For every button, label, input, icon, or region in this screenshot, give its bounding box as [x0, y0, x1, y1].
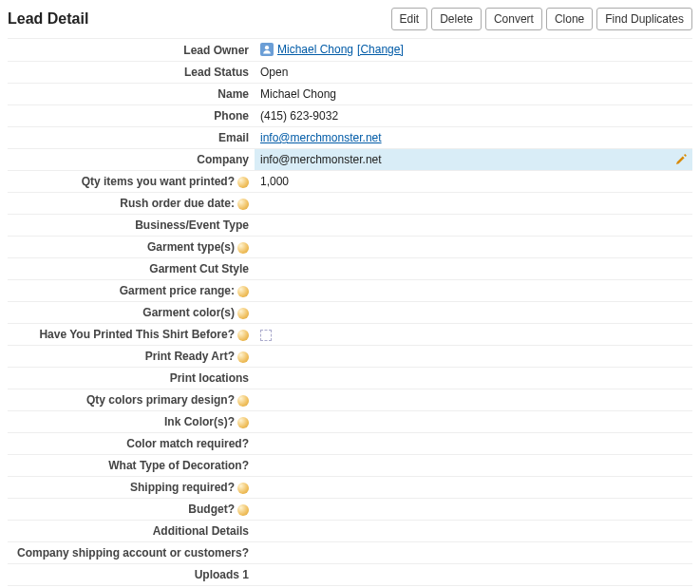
- help-icon[interactable]: [237, 330, 249, 341]
- garment-price-range-label: Garment price range:: [8, 280, 255, 302]
- company-text: info@merchmonster.net: [260, 153, 382, 166]
- shipping-account-label: Company shipping account or customers?: [8, 542, 255, 564]
- garment-colors-value: [255, 302, 692, 324]
- lead-detail-table: Lead Owner Michael Chong [Change] Lead S…: [8, 38, 692, 588]
- rush-order-value: [255, 193, 692, 215]
- qty-colors-primary-value: [255, 389, 692, 411]
- uploads1-value: [255, 564, 692, 586]
- lead-status-label: Lead Status: [8, 62, 255, 84]
- edit-pencil-icon[interactable]: [675, 154, 687, 165]
- convert-button[interactable]: Convert: [485, 8, 542, 30]
- edit-button[interactable]: Edit: [391, 8, 428, 30]
- phone-value: (415) 623-9032: [255, 105, 692, 127]
- business-event-type-value: [255, 215, 692, 237]
- name-label: Name: [8, 84, 255, 105]
- help-icon[interactable]: [237, 395, 249, 407]
- lead-detail-header: Lead Detail Edit Delete Convert Clone Fi…: [8, 4, 692, 38]
- color-match-label: Color match required?: [8, 433, 255, 455]
- additional-details-value: [255, 521, 692, 542]
- help-icon[interactable]: [237, 504, 249, 516]
- email-label: Email: [8, 127, 255, 149]
- garment-cut-style-label: Garment Cut Style: [8, 258, 255, 280]
- shipping-required-label: Shipping required?: [8, 477, 255, 499]
- change-owner-link[interactable]: [Change]: [357, 43, 404, 56]
- help-icon[interactable]: [237, 199, 249, 210]
- help-icon[interactable]: [237, 308, 249, 319]
- budget-value: [255, 499, 692, 521]
- garment-cut-style-value: [255, 258, 692, 280]
- ink-colors-label: Ink Color(s)?: [8, 411, 255, 433]
- help-icon[interactable]: [237, 242, 249, 254]
- rush-order-label: Rush order due date:: [8, 193, 255, 215]
- page-title: Lead Detail: [8, 10, 88, 28]
- budget-label: Budget?: [8, 499, 255, 521]
- phone-label: Phone: [8, 105, 255, 127]
- print-locations-value: [255, 368, 692, 389]
- help-icon[interactable]: [237, 286, 249, 297]
- name-value: Michael Chong: [255, 84, 692, 105]
- lead-status-value: Open: [255, 62, 692, 84]
- header-buttons: Edit Delete Convert Clone Find Duplicate…: [391, 8, 692, 30]
- ink-colors-value: [255, 411, 692, 433]
- lead-owner-label: Lead Owner: [8, 39, 255, 62]
- printed-before-label: Have You Printed This Shirt Before?: [8, 324, 255, 346]
- print-ready-art-value: [255, 346, 692, 368]
- qty-items-value: 1,000: [255, 171, 692, 193]
- help-icon[interactable]: [237, 351, 249, 363]
- email-value: info@merchmonster.net: [255, 127, 692, 149]
- print-ready-art-label: Print Ready Art?: [8, 346, 255, 368]
- find-duplicates-button[interactable]: Find Duplicates: [596, 8, 692, 30]
- lead-owner-link[interactable]: Michael Chong: [277, 43, 353, 56]
- printed-before-value: [255, 324, 692, 346]
- additional-details-label: Additional Details: [8, 521, 255, 542]
- email-link[interactable]: info@merchmonster.net: [260, 131, 382, 144]
- company-label: Company: [8, 149, 255, 171]
- lead-owner-value: Michael Chong [Change]: [255, 39, 692, 62]
- garment-colors-label: Garment color(s): [8, 302, 255, 324]
- checkbox-placeholder-icon: [260, 330, 272, 341]
- garment-price-range-value: [255, 280, 692, 302]
- color-match-value: [255, 433, 692, 455]
- help-icon[interactable]: [237, 177, 249, 188]
- company-value[interactable]: info@merchmonster.net: [255, 149, 692, 171]
- help-icon[interactable]: [237, 483, 249, 494]
- person-icon: [260, 43, 274, 56]
- qty-colors-primary-label: Qty colors primary design?: [8, 389, 255, 411]
- help-icon[interactable]: [237, 417, 249, 428]
- business-event-type-label: Business/Event Type: [8, 215, 255, 237]
- garment-types-label: Garment type(s): [8, 237, 255, 258]
- shipping-required-value: [255, 477, 692, 499]
- shipping-account-value: [255, 542, 692, 564]
- delete-button[interactable]: Delete: [431, 8, 482, 30]
- decoration-type-value: [255, 455, 692, 477]
- clone-button[interactable]: Clone: [546, 8, 593, 30]
- svg-point-0: [265, 46, 269, 49]
- garment-types-value: [255, 237, 692, 258]
- print-locations-label: Print locations: [8, 368, 255, 389]
- decoration-type-label: What Type of Decoration?: [8, 455, 255, 477]
- qty-items-label: Qty items you want printed?: [8, 171, 255, 193]
- uploads1-label: Uploads 1: [8, 564, 255, 586]
